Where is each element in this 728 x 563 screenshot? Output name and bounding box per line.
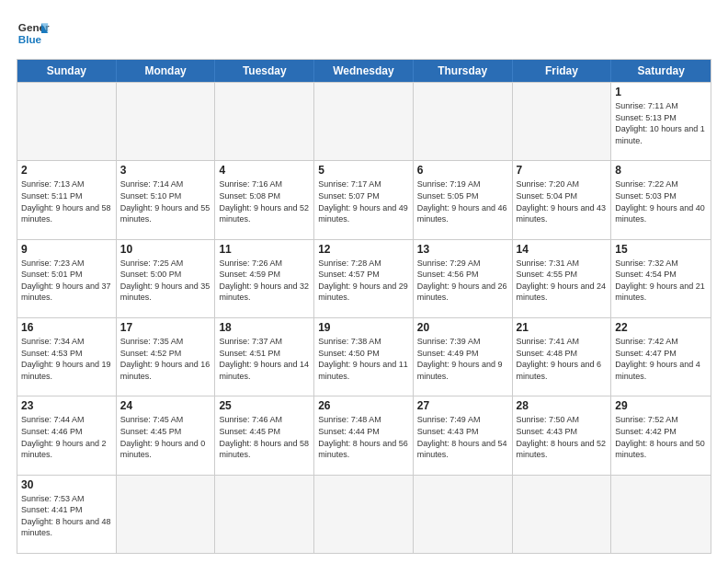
day-number: 19 xyxy=(318,321,409,334)
day-info: Sunrise: 7:38 AMSunset: 4:50 PMDaylight:… xyxy=(318,336,409,382)
cal-cell xyxy=(17,83,117,160)
day-number: 30 xyxy=(21,478,112,491)
day-number: 20 xyxy=(417,321,508,334)
week-row-6: 30Sunrise: 7:53 AMSunset: 4:41 PMDayligh… xyxy=(17,475,711,553)
cal-cell: 3Sunrise: 7:14 AMSunset: 5:10 PMDaylight… xyxy=(117,161,216,238)
week-row-4: 16Sunrise: 7:34 AMSunset: 4:53 PMDayligh… xyxy=(17,317,711,396)
cal-cell: 22Sunrise: 7:42 AMSunset: 4:47 PMDayligh… xyxy=(611,318,711,396)
cal-cell xyxy=(215,83,314,160)
day-number: 5 xyxy=(318,164,409,177)
cal-cell xyxy=(513,476,612,553)
day-number: 1 xyxy=(615,86,707,98)
day-number: 9 xyxy=(21,243,112,256)
week-row-1: 1Sunrise: 7:11 AMSunset: 5:13 PMDaylight… xyxy=(17,82,711,160)
day-number: 7 xyxy=(517,164,608,177)
cal-cell xyxy=(611,476,711,553)
header-cell-monday: Monday xyxy=(117,60,216,82)
day-number: 8 xyxy=(615,164,707,177)
day-info: Sunrise: 7:48 AMSunset: 4:44 PMDaylight:… xyxy=(318,414,409,460)
svg-text:Blue: Blue xyxy=(18,33,42,45)
header-cell-tuesday: Tuesday xyxy=(215,60,314,82)
day-number: 29 xyxy=(615,399,707,412)
day-info: Sunrise: 7:17 AMSunset: 5:07 PMDaylight:… xyxy=(318,178,409,224)
cal-cell xyxy=(314,83,414,160)
cal-cell: 21Sunrise: 7:41 AMSunset: 4:48 PMDayligh… xyxy=(513,318,612,396)
day-number: 2 xyxy=(21,164,112,177)
day-info: Sunrise: 7:45 AMSunset: 4:45 PMDaylight:… xyxy=(120,414,211,460)
day-number: 26 xyxy=(318,399,409,412)
header-cell-wednesday: Wednesday xyxy=(314,60,414,82)
day-info: Sunrise: 7:52 AMSunset: 4:42 PMDaylight:… xyxy=(615,414,707,460)
day-info: Sunrise: 7:42 AMSunset: 4:47 PMDaylight:… xyxy=(615,336,707,382)
day-number: 13 xyxy=(417,243,508,256)
day-number: 24 xyxy=(120,399,211,412)
cal-cell xyxy=(215,476,314,553)
calendar-header: SundayMondayTuesdayWednesdayThursdayFrid… xyxy=(17,60,711,82)
week-row-5: 23Sunrise: 7:44 AMSunset: 4:46 PMDayligh… xyxy=(17,396,711,474)
day-info: Sunrise: 7:26 AMSunset: 4:59 PMDaylight:… xyxy=(219,258,310,304)
day-number: 4 xyxy=(219,164,310,177)
day-info: Sunrise: 7:37 AMSunset: 4:51 PMDaylight:… xyxy=(219,336,310,382)
day-number: 3 xyxy=(120,164,211,177)
day-number: 17 xyxy=(120,321,211,334)
cal-cell: 5Sunrise: 7:17 AMSunset: 5:07 PMDaylight… xyxy=(314,161,414,238)
day-number: 11 xyxy=(219,243,310,256)
day-number: 6 xyxy=(417,164,508,177)
cal-cell xyxy=(117,476,216,553)
day-info: Sunrise: 7:46 AMSunset: 4:45 PMDaylight:… xyxy=(219,414,310,460)
cal-cell xyxy=(414,83,513,160)
cal-cell: 23Sunrise: 7:44 AMSunset: 4:46 PMDayligh… xyxy=(17,396,117,474)
cal-cell: 19Sunrise: 7:38 AMSunset: 4:50 PMDayligh… xyxy=(314,318,414,396)
cal-cell: 27Sunrise: 7:49 AMSunset: 4:43 PMDayligh… xyxy=(414,396,513,474)
day-info: Sunrise: 7:14 AMSunset: 5:10 PMDaylight:… xyxy=(120,178,211,224)
cal-cell: 4Sunrise: 7:16 AMSunset: 5:08 PMDaylight… xyxy=(215,161,314,238)
cal-cell: 7Sunrise: 7:20 AMSunset: 5:04 PMDaylight… xyxy=(513,161,612,238)
day-info: Sunrise: 7:29 AMSunset: 4:56 PMDaylight:… xyxy=(417,258,508,304)
header-cell-saturday: Saturday xyxy=(611,60,711,82)
day-number: 10 xyxy=(120,243,211,256)
day-info: Sunrise: 7:25 AMSunset: 5:00 PMDaylight:… xyxy=(120,258,211,304)
cal-cell xyxy=(513,83,612,160)
cal-cell: 29Sunrise: 7:52 AMSunset: 4:42 PMDayligh… xyxy=(611,396,711,474)
day-info: Sunrise: 7:35 AMSunset: 4:52 PMDaylight:… xyxy=(120,336,211,382)
day-info: Sunrise: 7:20 AMSunset: 5:04 PMDaylight:… xyxy=(517,178,608,224)
cal-cell: 1Sunrise: 7:11 AMSunset: 5:13 PMDaylight… xyxy=(611,83,711,160)
logo-icon: General Blue xyxy=(17,17,50,50)
cal-cell: 26Sunrise: 7:48 AMSunset: 4:44 PMDayligh… xyxy=(314,396,414,474)
calendar-body: 1Sunrise: 7:11 AMSunset: 5:13 PMDaylight… xyxy=(17,82,711,553)
day-info: Sunrise: 7:16 AMSunset: 5:08 PMDaylight:… xyxy=(219,178,310,224)
day-number: 16 xyxy=(21,321,112,334)
cal-cell: 9Sunrise: 7:23 AMSunset: 5:01 PMDaylight… xyxy=(17,240,117,317)
day-info: Sunrise: 7:50 AMSunset: 4:43 PMDaylight:… xyxy=(517,414,608,460)
header-cell-thursday: Thursday xyxy=(414,60,513,82)
day-info: Sunrise: 7:49 AMSunset: 4:43 PMDaylight:… xyxy=(417,414,508,460)
day-number: 28 xyxy=(517,399,608,412)
cal-cell: 18Sunrise: 7:37 AMSunset: 4:51 PMDayligh… xyxy=(215,318,314,396)
day-info: Sunrise: 7:34 AMSunset: 4:53 PMDaylight:… xyxy=(21,336,112,382)
cal-cell xyxy=(414,476,513,553)
day-info: Sunrise: 7:31 AMSunset: 4:55 PMDaylight:… xyxy=(517,258,608,304)
cal-cell: 13Sunrise: 7:29 AMSunset: 4:56 PMDayligh… xyxy=(414,240,513,317)
cal-cell: 24Sunrise: 7:45 AMSunset: 4:45 PMDayligh… xyxy=(117,396,216,474)
cal-cell: 17Sunrise: 7:35 AMSunset: 4:52 PMDayligh… xyxy=(117,318,216,396)
cal-cell: 8Sunrise: 7:22 AMSunset: 5:03 PMDaylight… xyxy=(611,161,711,238)
day-number: 12 xyxy=(318,243,409,256)
day-info: Sunrise: 7:13 AMSunset: 5:11 PMDaylight:… xyxy=(21,178,112,224)
cal-cell: 30Sunrise: 7:53 AMSunset: 4:41 PMDayligh… xyxy=(17,476,117,553)
day-number: 18 xyxy=(219,321,310,334)
day-info: Sunrise: 7:53 AMSunset: 4:41 PMDaylight:… xyxy=(21,493,112,539)
logo: General Blue xyxy=(17,17,50,50)
header-cell-friday: Friday xyxy=(513,60,612,82)
cal-cell: 14Sunrise: 7:31 AMSunset: 4:55 PMDayligh… xyxy=(513,240,612,317)
week-row-2: 2Sunrise: 7:13 AMSunset: 5:11 PMDaylight… xyxy=(17,160,711,238)
cal-cell: 12Sunrise: 7:28 AMSunset: 4:57 PMDayligh… xyxy=(314,240,414,317)
day-info: Sunrise: 7:23 AMSunset: 5:01 PMDaylight:… xyxy=(21,258,112,304)
day-number: 15 xyxy=(615,243,707,256)
cal-cell: 16Sunrise: 7:34 AMSunset: 4:53 PMDayligh… xyxy=(17,318,117,396)
day-number: 22 xyxy=(615,321,707,334)
cal-cell: 15Sunrise: 7:32 AMSunset: 4:54 PMDayligh… xyxy=(611,240,711,317)
week-row-3: 9Sunrise: 7:23 AMSunset: 5:01 PMDaylight… xyxy=(17,239,711,317)
cal-cell: 28Sunrise: 7:50 AMSunset: 4:43 PMDayligh… xyxy=(513,396,612,474)
day-info: Sunrise: 7:41 AMSunset: 4:48 PMDaylight:… xyxy=(517,336,608,382)
day-info: Sunrise: 7:32 AMSunset: 4:54 PMDaylight:… xyxy=(615,258,707,304)
